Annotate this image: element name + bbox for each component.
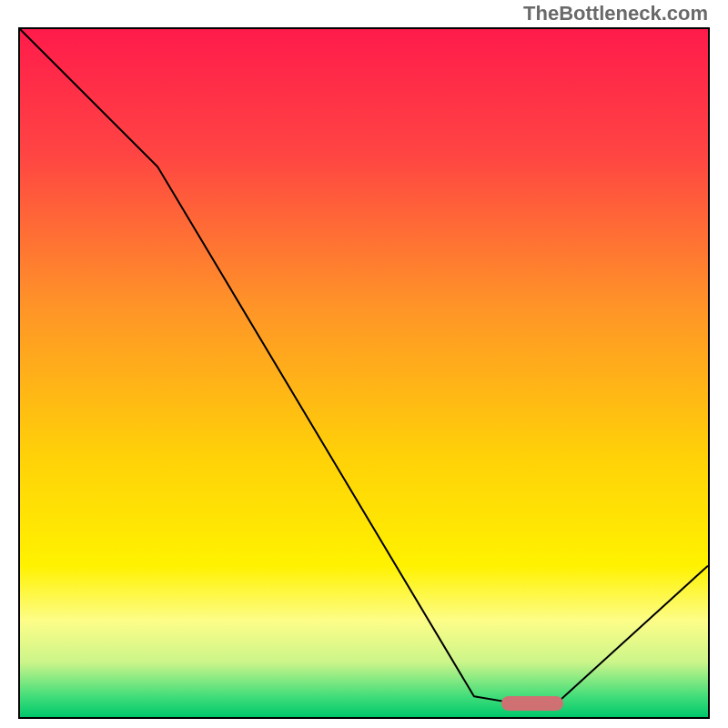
watermark-label: TheBottleneck.com: [523, 2, 708, 25]
chart-container: TheBottleneck.com: [0, 0, 728, 728]
bottleneck-curve-path: [20, 29, 708, 703]
optimal-range-marker: [501, 696, 563, 712]
plot-area: [18, 27, 710, 719]
curve-layer: [20, 29, 708, 717]
